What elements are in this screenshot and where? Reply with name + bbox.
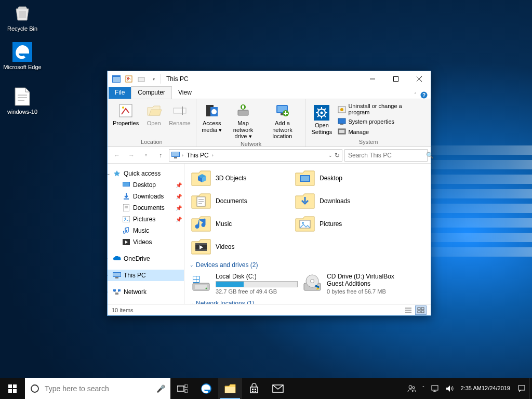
task-view-button[interactable] [170,378,194,399]
start-button[interactable] [0,378,25,399]
taskbar-edge[interactable] [194,378,218,399]
chevron-right-icon[interactable]: › [108,256,113,261]
breadcrumb-thispc[interactable]: This PC [185,152,210,159]
pin-icon: 📌 [176,182,182,188]
tab-file[interactable]: File [109,87,131,99]
recycle-bin-icon [12,3,33,24]
svg-rect-22 [238,110,248,115]
address-bar[interactable]: › This PC › ⌄ ↻ [169,149,342,162]
nav-videos[interactable]: Videos [108,236,184,248]
drive-cd-d[interactable]: CD Drive (D:) VirtualBox Guest Additions… [301,271,410,297]
ribbon-add-network-location-button[interactable]: Add a network location [262,101,302,140]
chevron-right-icon[interactable]: › [182,153,183,158]
ribbon-system-properties-button[interactable]: System properties [338,117,424,126]
search-box[interactable]: 🔍 [344,149,428,162]
nav-quick-access[interactable]: ⌄Quick access [108,168,184,179]
ribbon-properties-button[interactable]: Properties [111,101,141,138]
svg-rect-110 [252,389,254,390]
folder-documents[interactable]: Documents [190,190,294,212]
status-item-count: 10 items [112,307,134,313]
folder-music[interactable]: Music [190,212,294,235]
nav-up-button[interactable]: ↑ [154,149,167,162]
svg-rect-80 [195,285,207,289]
taskbar-search[interactable]: 🎤 [25,378,170,399]
search-icon[interactable]: 🔍 [426,152,434,159]
svg-rect-50 [174,157,177,158]
rename-icon [171,102,188,119]
nav-thispc[interactable]: ›This PC [108,270,184,281]
desktop-icon-recycle-bin[interactable]: Recycle Bin [3,3,42,32]
search-input[interactable] [348,152,426,159]
mic-icon[interactable]: 🎤 [156,384,165,393]
chevron-right-icon[interactable]: › [108,289,113,295]
titlebar[interactable]: ▾ This PC [108,71,431,87]
tray-people[interactable] [404,378,419,399]
svg-rect-84 [196,276,199,279]
drive-local-disk-c[interactable]: Local Disk (C:)32.7 GB free of 49.4 GB [190,271,299,297]
desktop-icon-edge[interactable]: Microsoft Edge [3,42,42,71]
tray-clock[interactable]: 2:35 AM12/24/2019 [457,378,514,399]
svg-rect-0 [19,11,26,18]
folder-desktop[interactable]: Desktop [294,167,397,190]
tray-overflow[interactable]: ˆ [419,378,427,399]
ribbon-manage-button[interactable]: Manage [338,128,424,136]
folder-downloads[interactable]: Downloads [294,190,397,212]
address-dropdown-icon[interactable]: ⌄ [328,153,332,158]
folder-3d-objects[interactable]: 3D Objects [190,167,294,190]
tab-computer[interactable]: Computer [131,86,172,99]
nav-onedrive[interactable]: ›OneDrive [108,253,184,264]
desktop[interactable]: Recycle Bin Microsoft Edge windows-10 ▾ … [0,0,532,399]
nav-documents[interactable]: Documents📌 [108,202,184,214]
svg-rect-64 [118,289,121,291]
tray-network-icon[interactable] [428,378,442,399]
folder-pictures[interactable]: Pictures [294,212,397,235]
taskbar-store[interactable] [242,378,266,399]
help-icon[interactable]: ? [420,91,428,99]
maximize-button[interactable] [384,71,407,87]
svg-line-67 [117,291,119,293]
qat-properties-icon[interactable] [123,73,135,85]
ribbon-uninstall-button[interactable]: Uninstall or change a program [338,103,424,115]
nav-downloads[interactable]: Downloads📌 [108,191,184,202]
content-pane[interactable]: 3D Objects Desktop Documents Downloads M… [184,164,431,304]
tab-view[interactable]: View [172,87,198,99]
pictures-folder-icon [295,214,315,234]
refresh-icon[interactable]: ↻ [335,152,340,159]
taskbar-file-explorer[interactable] [218,378,242,399]
properties-icon [117,102,134,119]
show-desktop-button[interactable] [529,378,532,399]
chevron-down-icon[interactable]: ⌄ [108,171,113,176]
svg-rect-85 [193,280,196,282]
nav-pictures[interactable]: Pictures📌 [108,214,184,225]
ribbon-access-media-button[interactable]: Access media ▾ [200,101,224,140]
chevron-right-icon[interactable]: › [212,153,214,158]
nav-network[interactable]: ›Network [108,286,184,298]
svg-rect-49 [172,152,179,156]
ribbon-open-settings-button[interactable]: Open Settings [309,103,334,135]
taskbar-mail[interactable] [266,378,290,399]
group-devices-and-drives[interactable]: ⌄Devices and drives (2) [190,258,425,271]
navigation-pane[interactable]: ⌄Quick access Desktop📌 Downloads📌 Docume… [108,164,184,304]
tray-volume-icon[interactable] [442,378,457,399]
ribbon-map-network-drive-button[interactable]: Map network drive ▾ [225,101,262,140]
taskbar-search-input[interactable] [45,384,151,393]
minimize-button[interactable] [361,71,384,87]
chevron-right-icon[interactable]: › [108,273,113,278]
view-tiles-button[interactable] [415,305,427,315]
nav-music[interactable]: Music [108,225,184,236]
close-button[interactable] [407,71,431,87]
qat-newfolder-icon[interactable] [136,73,147,85]
folder-videos[interactable]: Videos [190,235,294,258]
svg-rect-105 [177,386,184,391]
desktop-icon-textfile[interactable]: windows-10 [3,86,42,115]
view-details-button[interactable] [403,305,414,315]
svg-rect-65 [115,293,118,295]
ribbon-collapse-icon[interactable]: ˆ [415,92,416,98]
nav-desktop[interactable]: Desktop📌 [108,179,184,191]
svg-point-115 [409,385,412,389]
svg-rect-69 [301,176,309,181]
tray-action-center[interactable] [514,378,529,399]
hdd-icon [191,273,211,294]
group-network-locations[interactable]: ⌄Network locations (1) [190,297,425,304]
qat-dropdown-icon[interactable]: ▾ [148,73,159,85]
